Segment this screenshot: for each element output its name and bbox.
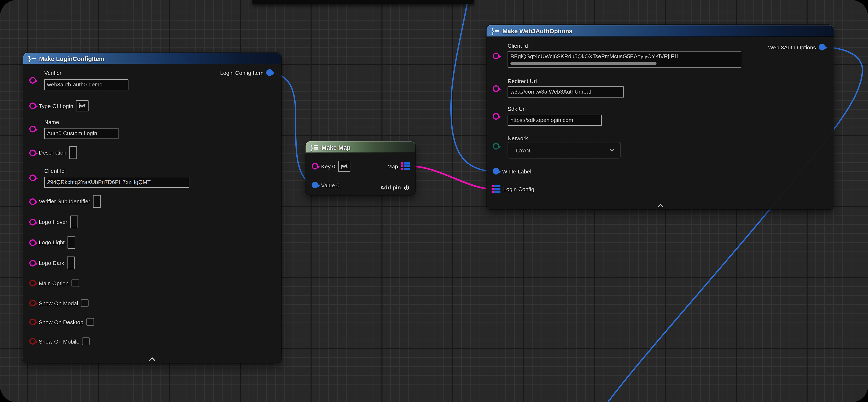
main-option-label: Main Option [39,280,68,286]
show-on-desktop-checkbox[interactable] [86,318,94,326]
logo-hover-pin[interactable] [29,219,36,225]
logo-hover-field[interactable] [70,216,78,228]
type-of-login-pin[interactable] [29,103,36,109]
show-on-mobile-row: Show On Mobile [29,338,90,345]
node-header[interactable]: } Make Web3AuthOptions [487,25,834,36]
show-on-mobile-pin[interactable] [29,338,36,345]
node-header[interactable]: } Make LoginConfigItem [23,53,281,64]
node-title: Make Web3AuthOptions [502,27,572,34]
value0-row: Value 0 [312,181,339,189]
show-on-desktop-label: Show On Desktop [39,319,83,325]
white-label-row: White Label [493,167,531,175]
verifier-sub-identifier-field[interactable] [93,195,101,208]
show-on-mobile-checkbox[interactable] [82,338,90,345]
client-id-label: Client Id [507,43,528,49]
login-config-row: Login Config [492,185,534,193]
output-pin-label: Web 3Auth Options [768,44,816,50]
key0-row: Key 0 jwt [312,161,350,172]
blueprint-editor: } Make LoginConfigItem Login Config Item… [0,0,868,402]
main-option-checkbox[interactable] [71,279,79,287]
node-make-loginconfigitem[interactable]: } Make LoginConfigItem Login Config Item… [23,53,281,363]
value0-pin[interactable] [312,182,318,189]
make-map-icon: } [310,144,318,150]
type-of-login-label: Type Of Login [39,103,73,109]
main-option-pin[interactable] [29,280,36,287]
client-id-pin[interactable] [493,53,499,59]
node-make-map[interactable]: } Make Map Key 0 jwt Map Value 0 Add pin… [306,141,415,195]
node-title: Make Map [321,144,350,150]
main-option-row: Main Option [29,279,79,287]
description-label: Description [39,150,66,156]
show-on-modal-pin[interactable] [29,300,36,307]
add-pin-row[interactable]: Add pin ⊕ [380,183,410,191]
sdk-url-label: Sdk Url [507,106,526,112]
logo-light-field[interactable] [67,236,75,249]
client-id-pin[interactable] [29,174,36,181]
graph-canvas[interactable]: } Make LoginConfigItem Login Config Item… [0,0,868,402]
redirect-url-field[interactable]: w3a://com.w3a.Web3AuthUnreal [507,86,624,97]
network-dropdown-value: CYAN [516,147,530,153]
client-id-scrollbar[interactable] [510,62,657,65]
logo-hover-row: Logo Hover [29,216,78,228]
redirect-url-pin[interactable] [493,85,499,92]
client-id-label: Client Id [44,168,65,174]
network-dropdown[interactable]: CYAN [507,142,621,159]
value0-label: Value 0 [321,182,339,188]
logo-dark-field[interactable] [67,257,75,269]
verifier-sub-identifier-row: Verifier Sub Identifier [29,195,101,208]
show-on-desktop-row: Show On Desktop [29,318,94,326]
output-pin-row: Login Config Item [220,69,273,77]
logo-light-pin[interactable] [29,239,36,246]
sdk-url-pin[interactable] [493,113,499,120]
add-pin-label: Add pin [380,184,401,190]
key0-field[interactable]: jwt [338,161,350,172]
show-on-modal-label: Show On Modal [39,300,78,306]
show-on-desktop-pin[interactable] [29,318,36,325]
description-field[interactable] [69,146,77,159]
verifier-field[interactable]: web3auth-auth0-demo [44,79,129,90]
show-on-modal-row: Show On Modal [29,299,89,307]
name-field[interactable]: Auth0 Custom Login [44,128,119,139]
key0-label: Key 0 [321,163,335,169]
login-config-pin[interactable] [492,185,500,193]
network-label: Network [507,135,528,141]
redirect-url-label: Redirect Url [507,78,537,84]
logo-light-label: Logo Light [39,239,64,246]
client-id-field[interactable]: BEglQSgt4cUWcj6SKRdu5QkOXTsePmMcusG5EAoy… [507,51,741,67]
white-label-pin[interactable] [493,168,499,174]
output-pin-label: Login Config Item [220,69,264,76]
description-row: Description [29,146,77,159]
type-of-login-field[interactable]: jwt [76,100,88,111]
node-header[interactable]: } Make Map [306,141,415,153]
show-on-modal-checkbox[interactable] [81,299,89,307]
logo-dark-row: Logo Dark [29,257,75,269]
wire-map-to-loginconfig[interactable] [413,166,491,189]
offscreen-node-edge[interactable] [252,0,474,4]
verifier-label: Verifier [44,70,62,76]
web3auth-options-output-pin[interactable] [818,44,825,51]
logo-dark-pin[interactable] [29,260,36,266]
network-pin[interactable] [493,143,499,150]
name-pin[interactable] [29,126,36,133]
verifier-sub-identifier-pin[interactable] [29,198,36,205]
logo-hover-label: Logo Hover [39,219,67,225]
show-on-mobile-label: Show On Mobile [39,338,79,344]
verifier-pin[interactable] [29,77,36,84]
name-label: Name [44,119,59,125]
make-struct-icon: } [492,27,499,34]
verifier-sub-identifier-label: Verifier Sub Identifier [39,198,90,204]
collapse-chevron-icon[interactable] [149,357,156,361]
description-pin[interactable] [29,149,36,156]
white-label-label: White Label [502,168,531,174]
key0-pin[interactable] [312,163,318,170]
logo-light-row: Logo Light [29,236,75,249]
sdk-url-field[interactable]: https://sdk.openlogin.com [507,115,601,126]
map-output-pin[interactable] [401,162,410,170]
chevron-down-icon [610,148,615,152]
client-id-field[interactable]: 294QRkchfq2YaXUbPri7D6PH7xzHgQMT [44,177,189,188]
node-make-web3authoptions[interactable]: } Make Web3AuthOptions Web 3Auth Options… [487,25,834,210]
map-output-label: Map [387,163,398,169]
output-pin-row: Web 3Auth Options [768,43,825,51]
collapse-chevron-icon[interactable] [657,204,663,208]
login-config-item-output-pin[interactable] [267,69,273,76]
